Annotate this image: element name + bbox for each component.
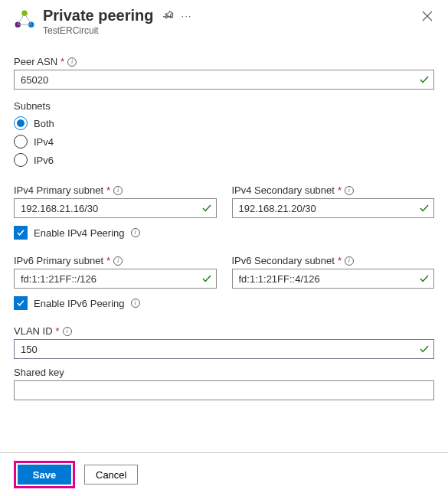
peer-asn-field: Peer ASN * i <box>14 56 434 90</box>
enable-ipv6-label: Enable IPv6 Peering <box>34 298 125 309</box>
ipv4-primary-field: IPv4 Primary subnet * i <box>14 184 217 218</box>
ipv4-primary-label: IPv4 Primary subnet <box>14 184 103 196</box>
blade-subtitle: TestERCircuit <box>43 25 413 36</box>
radio-icon <box>14 153 28 167</box>
ipv6-primary-input[interactable] <box>14 269 217 289</box>
close-icon <box>422 11 433 21</box>
peer-asn-input[interactable] <box>14 70 434 90</box>
ipv4-secondary-input[interactable] <box>232 198 435 218</box>
vlan-id-label: VLAN ID <box>14 325 53 337</box>
info-icon[interactable]: i <box>345 186 354 195</box>
shared-key-label: Shared key <box>14 367 64 378</box>
peer-asn-label: Peer ASN <box>14 56 57 67</box>
cancel-button[interactable]: Cancel <box>84 465 138 485</box>
required-indicator: * <box>106 255 110 266</box>
enable-ipv4-checkbox[interactable]: Enable IPv4 Peering i <box>14 226 434 240</box>
radio-label: IPv6 <box>34 155 54 166</box>
blade-header: Private peering ··· TestERCircuit <box>14 6 434 36</box>
close-button[interactable] <box>420 9 434 25</box>
subnets-field: Subnets Both IPv4 IPv6 <box>14 100 434 169</box>
ipv6-primary-label: IPv6 Primary subnet <box>14 255 103 266</box>
required-indicator: * <box>106 184 110 196</box>
shared-key-field: Shared key <box>14 367 434 400</box>
blade-title: Private peering <box>43 6 154 24</box>
subnets-option-both[interactable]: Both <box>14 114 434 132</box>
shared-key-input[interactable] <box>14 380 434 400</box>
more-icon[interactable]: ··· <box>181 10 192 21</box>
ipv6-secondary-field: IPv6 Secondary subnet * i <box>232 255 435 289</box>
radio-label: IPv4 <box>34 136 54 148</box>
pin-icon[interactable] <box>163 10 174 21</box>
peering-resource-icon <box>14 9 35 31</box>
info-icon[interactable]: i <box>131 299 140 308</box>
subnets-label: Subnets <box>14 100 51 112</box>
info-icon[interactable]: i <box>113 186 123 195</box>
blade-footer: Save Cancel <box>0 452 448 496</box>
required-indicator: * <box>60 56 64 67</box>
enable-ipv4-label: Enable IPv4 Peering <box>34 227 125 239</box>
checkbox-icon <box>14 296 28 310</box>
info-icon[interactable]: i <box>345 256 354 266</box>
checkbox-icon <box>14 226 28 240</box>
info-icon[interactable]: i <box>131 228 140 237</box>
required-indicator: * <box>56 325 60 337</box>
subnets-option-ipv6[interactable]: IPv6 <box>14 151 434 169</box>
required-indicator: * <box>338 184 342 196</box>
subnets-option-ipv4[interactable]: IPv4 <box>14 132 434 151</box>
required-indicator: * <box>338 255 342 266</box>
info-icon[interactable]: i <box>113 256 123 266</box>
ipv6-secondary-input[interactable] <box>232 269 435 289</box>
ipv4-secondary-field: IPv4 Secondary subnet * i <box>232 184 435 218</box>
ipv6-secondary-label: IPv6 Secondary subnet <box>232 255 335 266</box>
info-icon[interactable]: i <box>67 57 77 67</box>
vlan-id-input[interactable] <box>14 339 434 359</box>
ipv4-primary-input[interactable] <box>14 198 217 218</box>
vlan-id-field: VLAN ID * i <box>14 325 434 359</box>
info-icon[interactable]: i <box>63 327 72 336</box>
highlight-box: Save <box>14 461 75 488</box>
radio-icon <box>14 116 28 130</box>
save-button[interactable]: Save <box>18 465 71 485</box>
radio-icon <box>14 135 28 148</box>
ipv4-secondary-label: IPv4 Secondary subnet <box>232 184 335 196</box>
enable-ipv6-checkbox[interactable]: Enable IPv6 Peering i <box>14 296 434 310</box>
radio-label: Both <box>34 118 54 129</box>
ipv6-primary-field: IPv6 Primary subnet * i <box>14 255 217 289</box>
